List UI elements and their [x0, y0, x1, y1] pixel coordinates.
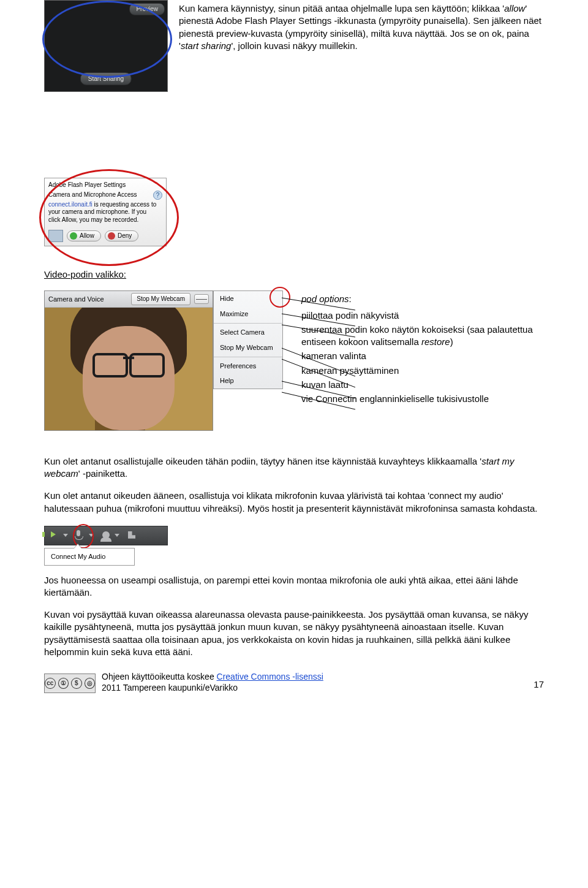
speaker-icon[interactable]	[51, 531, 59, 540]
start-sharing-button[interactable]: Start Sharing	[80, 72, 132, 86]
options-description: pod options: piilottaa podin näkyvistä s…	[283, 290, 544, 431]
intro-paragraph: Kun kamera käynnistyy, sinun pitää antaa…	[179, 2, 544, 52]
pod-options-menu: Hide Maximize Select Camera Stop My Webc…	[213, 290, 283, 389]
preview-button[interactable]: Preview	[129, 3, 165, 15]
camera-preview-pane: Preview Start Sharing	[44, 0, 168, 92]
stop-webcam-button[interactable]: Stop My Webcam	[131, 293, 190, 305]
cc-badge-icon: cc①$◎	[44, 674, 96, 693]
desc-preferences: kuvan laatu	[301, 379, 541, 391]
deny-label: Deny	[118, 232, 132, 240]
cc-license-link[interactable]: Creative Commons -lisenssi	[217, 672, 323, 681]
dialog-title: Adobe Flash Player Settings	[48, 181, 162, 189]
menu-select-camera[interactable]: Select Camera	[214, 325, 282, 340]
dialog-domain: connect.ilonait.fi	[48, 201, 92, 208]
connect-audio-menu-item[interactable]: Connect My Audio	[44, 548, 135, 566]
menu-hide[interactable]: Hide	[214, 291, 282, 306]
microphone-icon[interactable]	[77, 531, 85, 540]
footer-line1: Ohjeen käyttöoikeutta koskee	[102, 672, 217, 681]
desc-stop-webcam: kameran pysäyttäminen	[301, 365, 541, 377]
dialog-body-line2: your camera and microphone. If you	[48, 208, 146, 215]
deny-button[interactable]: Deny	[105, 230, 138, 241]
section-heading: Video-podin valikko:	[44, 268, 544, 281]
speaker-caret-icon[interactable]	[63, 534, 68, 537]
allow-label: Allow	[80, 232, 94, 240]
pod-title: Camera and Voice	[48, 295, 104, 304]
dialog-body-line3: click Allow, you may be recorded.	[48, 216, 138, 223]
allow-button[interactable]: Allow	[67, 230, 101, 241]
flash-settings-dialog: Adobe Flash Player Settings Camera and M…	[44, 178, 167, 246]
desc-select-camera: kameran valinta	[301, 350, 541, 362]
desc-help: vie Connectin englanninkieliselle tukisi…	[301, 393, 541, 405]
footer-line2: 2011 Tampereen kaupunki/eVarikko	[102, 683, 238, 693]
dialog-subtitle: Camera and Microphone Access	[48, 191, 137, 199]
page-number: 17	[533, 678, 544, 691]
paragraph-audio-rights: Kun olet antanut oikeuden ääneen, osalli…	[44, 490, 544, 515]
microphone-caret-icon[interactable]	[89, 534, 94, 537]
pods-icon[interactable]	[128, 531, 137, 540]
webcam-image	[45, 308, 213, 430]
paragraph-webcam-rights: Kun olet antanut osallistujalle oikeuden…	[44, 455, 544, 480]
menu-stop-webcam[interactable]: Stop My Webcam	[214, 340, 282, 355]
desc-hide: piilottaa podin näkyvistä	[301, 309, 541, 322]
webcam-icon	[48, 230, 63, 242]
page-footer: cc①$◎ Ohjeen käyttöoikeutta koskee Creat…	[44, 672, 544, 693]
video-pod: Camera and Voice Stop My Webcam	[44, 290, 213, 431]
menu-preferences[interactable]: Preferences	[214, 359, 282, 374]
allow-dot-icon	[70, 232, 77, 240]
dialog-body-line1b: is requesting access to	[92, 201, 157, 208]
deny-dot-icon	[108, 232, 115, 240]
paragraph-pause: Kuvan voi pysäyttää kuvan oikeassa alare…	[44, 609, 544, 658]
desc-maximize: suurentaa podin koko näytön kokoiseksi (…	[301, 324, 541, 349]
menu-maximize[interactable]: Maximize	[214, 306, 282, 322]
menu-separator	[214, 323, 282, 324]
menu-help[interactable]: Help	[214, 373, 282, 389]
help-icon[interactable]: ?	[153, 191, 162, 200]
person-icon[interactable]	[102, 531, 111, 540]
person-caret-icon[interactable]	[115, 534, 119, 537]
pod-options-button[interactable]	[194, 294, 209, 304]
audio-toolbar	[44, 526, 168, 545]
paragraph-many-mics: Jos huoneessa on useampi osallistuja, on…	[44, 574, 544, 599]
menu-separator	[214, 357, 282, 357]
